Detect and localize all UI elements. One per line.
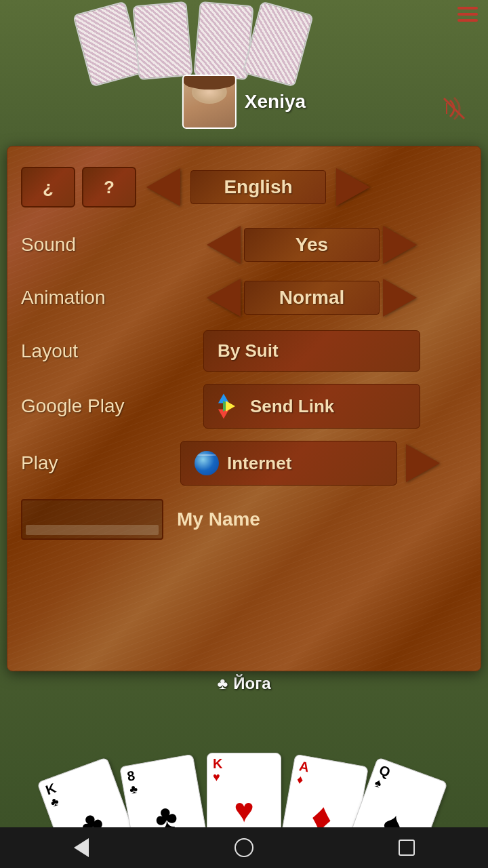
animation-controls: Normal [157, 277, 467, 318]
play-row: Play Internet [21, 441, 467, 486]
animation-label: Animation [21, 287, 157, 309]
sound-controls: Yes [157, 224, 467, 265]
menu-line-1 [458, 7, 478, 9]
animation-value: Normal [244, 281, 380, 315]
sound-left-icon [207, 226, 241, 264]
send-link-label: Send Link [250, 396, 334, 417]
globe-icon [195, 451, 219, 475]
layout-row: Layout By Suit [21, 330, 467, 372]
sound-value: Yes [244, 228, 380, 262]
google-play-controls: Send Link [157, 384, 467, 429]
avatar [182, 75, 237, 129]
layout-button[interactable]: By Suit [203, 330, 420, 372]
google-play-label: Google Play [21, 395, 157, 417]
bottom-player-label: ♣ Йога [217, 674, 270, 693]
play-label: Play [21, 452, 157, 474]
club-symbol: ♣ [217, 674, 228, 693]
anim-left-icon [207, 279, 241, 317]
internet-label: Internet [227, 453, 291, 474]
menu-line-2 [458, 13, 478, 16]
send-link-button[interactable]: Send Link [203, 384, 420, 429]
play-arrow-right[interactable] [403, 443, 443, 484]
nav-home-button[interactable] [230, 834, 258, 861]
play-right-icon [406, 444, 440, 482]
play-controls: Internet [157, 441, 467, 486]
lang-btn-question2[interactable]: ? [82, 167, 136, 208]
lang-btn-question1[interactable]: ¿ [21, 167, 75, 208]
sound-row: Sound Yes [21, 224, 467, 265]
layout-label: Layout [21, 340, 157, 362]
animation-row: Animation Normal [21, 277, 467, 318]
nav-recent-button[interactable] [393, 834, 420, 861]
arrow-left-icon [146, 168, 180, 206]
settings-content: ¿ ? English Sound Yes [21, 167, 467, 540]
sound-label: Sound [21, 234, 157, 256]
sound-arrow-left[interactable] [203, 224, 244, 265]
language-arrow-left[interactable] [143, 167, 184, 208]
name-row: My Name [21, 499, 467, 540]
name-input-preview [26, 525, 159, 535]
nav-back-button[interactable] [68, 834, 95, 861]
layout-controls: By Suit [157, 330, 467, 372]
layout-value: By Suit [218, 340, 279, 361]
anim-right-icon [383, 279, 417, 317]
home-icon [235, 838, 253, 857]
my-name-label: My Name [177, 509, 260, 530]
nav-bar [0, 827, 488, 868]
sound-right-icon [383, 226, 417, 264]
google-play-icon [218, 394, 242, 418]
sound-icon[interactable] [441, 95, 474, 128]
language-row: ¿ ? English [21, 167, 467, 208]
language-value: English [190, 170, 326, 204]
language-arrow-right[interactable] [333, 167, 373, 208]
player-top: Xeniya [182, 75, 306, 129]
google-play-row: Google Play Send Link [21, 384, 467, 429]
back-icon [74, 838, 89, 857]
menu-button[interactable] [458, 7, 478, 22]
card-back-2 [132, 1, 192, 81]
animation-arrow-left[interactable] [203, 277, 244, 318]
avatar-image [184, 75, 235, 129]
arrow-right-icon [336, 168, 370, 206]
recent-icon [399, 840, 415, 856]
bottom-player-name: Йога [233, 674, 270, 693]
settings-panel: ¿ ? English Sound Yes [7, 146, 481, 671]
internet-button[interactable]: Internet [180, 441, 397, 486]
player-name: Xeniya [245, 91, 306, 113]
menu-line-3 [458, 19, 478, 22]
sound-arrow-right[interactable] [380, 224, 420, 265]
name-input[interactable] [21, 499, 163, 540]
animation-arrow-right[interactable] [380, 277, 420, 318]
